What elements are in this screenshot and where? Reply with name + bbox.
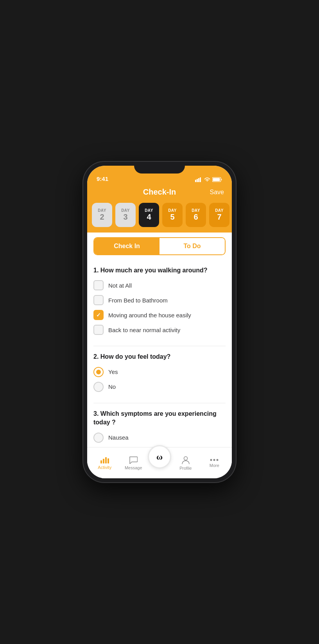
save-button[interactable]: Save bbox=[210, 189, 224, 196]
svg-rect-8 bbox=[105, 457, 107, 463]
header-title: Check-In bbox=[143, 188, 176, 197]
svg-rect-3 bbox=[200, 177, 201, 182]
phone-screen: 9:41 bbox=[87, 166, 232, 478]
signal-icon bbox=[195, 177, 202, 182]
message-icon bbox=[129, 456, 138, 464]
nav-activity[interactable]: Activity bbox=[90, 453, 119, 473]
day-item-4[interactable]: DAY 4 bbox=[139, 203, 159, 227]
nav-more[interactable]: More bbox=[200, 455, 229, 471]
question-3-section: 3. Which symptoms are you experiencing t… bbox=[93, 403, 226, 447]
question-1-text: 1. How much are you walking around? bbox=[93, 266, 226, 275]
phone-frame: 9:41 bbox=[83, 162, 236, 482]
q1-checkbox-4[interactable] bbox=[93, 325, 104, 335]
q2-radio-2[interactable] bbox=[93, 382, 104, 392]
q1-option-4[interactable]: Back to near normal activity bbox=[93, 325, 226, 335]
nav-profile[interactable]: Profile bbox=[171, 453, 200, 474]
question-1-section: 1. How much are you walking around? Not … bbox=[93, 260, 226, 346]
svg-point-11 bbox=[210, 459, 212, 461]
svg-rect-1 bbox=[197, 179, 198, 182]
battery-icon bbox=[212, 177, 222, 182]
question-2-section: 2. How do you feel today? Yes No bbox=[93, 346, 226, 403]
day-item-3[interactable]: DAY 3 bbox=[115, 203, 136, 227]
q2-radio-1[interactable] bbox=[93, 367, 104, 377]
q1-checkbox-1[interactable] bbox=[93, 280, 104, 290]
nav-more-label: More bbox=[210, 463, 219, 468]
day-item-2[interactable]: DAY 2 bbox=[92, 203, 112, 227]
day-item-6[interactable]: DAY 6 bbox=[186, 203, 206, 227]
nav-profile-label: Profile bbox=[179, 466, 192, 470]
tab-todo[interactable]: To Do bbox=[160, 238, 225, 254]
q1-checkbox-3[interactable] bbox=[93, 310, 104, 320]
nav-center-icon: ω bbox=[156, 452, 163, 462]
wifi-icon bbox=[204, 177, 210, 182]
nav-activity-label: Activity bbox=[98, 465, 111, 470]
day-item-5[interactable]: DAY 5 bbox=[162, 203, 183, 227]
day-selector: DAY 2 DAY 3 DAY 4 DAY 5 DAY 6 DAY 7 bbox=[87, 203, 232, 233]
header: Check-In Save bbox=[87, 184, 232, 203]
tab-switcher: Check In To Do bbox=[93, 237, 226, 255]
svg-point-10 bbox=[184, 456, 187, 460]
bottom-nav: Activity Message ω Profile bbox=[87, 447, 232, 478]
content-area: 1. How much are you walking around? Not … bbox=[87, 260, 232, 447]
svg-rect-5 bbox=[213, 178, 220, 181]
q1-option-1[interactable]: Not at All bbox=[93, 280, 226, 290]
svg-rect-9 bbox=[108, 458, 109, 463]
svg-point-12 bbox=[213, 459, 215, 461]
q1-option-3[interactable]: Moving around the house easily bbox=[93, 310, 226, 320]
phone-notch bbox=[134, 162, 185, 174]
q2-option-1[interactable]: Yes bbox=[93, 367, 226, 377]
q1-checkbox-2[interactable] bbox=[93, 295, 104, 305]
profile-icon bbox=[182, 456, 190, 464]
svg-rect-2 bbox=[198, 178, 199, 182]
svg-rect-6 bbox=[100, 460, 102, 463]
tab-checkin[interactable]: Check In bbox=[94, 238, 160, 254]
nav-message[interactable]: Message bbox=[119, 453, 148, 473]
question-2-text: 2. How do you feel today? bbox=[93, 352, 226, 361]
nav-center-button[interactable]: ω bbox=[148, 445, 171, 469]
more-icon bbox=[210, 458, 219, 462]
svg-rect-7 bbox=[103, 459, 104, 463]
nav-message-label: Message bbox=[125, 465, 142, 470]
question-3-text: 3. Which symptoms are you experiencing t… bbox=[93, 410, 226, 427]
svg-point-13 bbox=[217, 459, 219, 461]
q3-option-1[interactable]: Nausea bbox=[93, 433, 226, 443]
q1-option-2[interactable]: From Bed to Bathroom bbox=[93, 295, 226, 305]
q3-radio-1[interactable] bbox=[93, 433, 104, 443]
day-item-7[interactable]: DAY 7 bbox=[209, 203, 229, 227]
status-time: 9:41 bbox=[97, 175, 108, 182]
svg-rect-0 bbox=[195, 180, 196, 182]
status-icons bbox=[195, 177, 222, 182]
q2-option-2[interactable]: No bbox=[93, 382, 226, 392]
activity-icon bbox=[100, 456, 109, 463]
